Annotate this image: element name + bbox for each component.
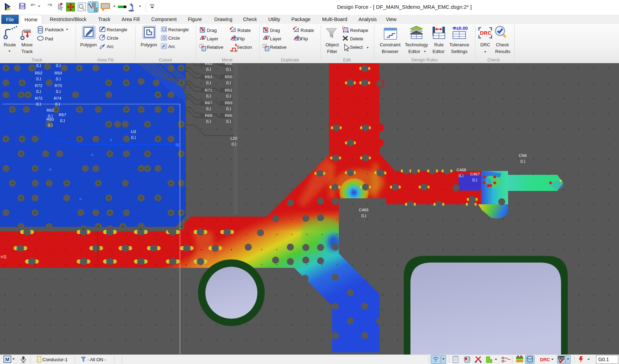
svg-text:R71: R71 — [205, 88, 212, 92]
svg-text:G0.1: G0.1 — [598, 357, 609, 362]
svg-text:(L): (L) — [36, 102, 41, 106]
svg-text:DRC: DRC — [480, 30, 492, 36]
svg-text:(L): (L) — [459, 173, 463, 178]
svg-text:(L): (L) — [226, 106, 231, 111]
svg-text:(L): (L) — [36, 63, 41, 67]
svg-text:R62: R62 — [46, 108, 54, 112]
svg-text:R69: R69 — [225, 101, 232, 105]
svg-text:(L): (L) — [226, 80, 231, 85]
svg-text:C467: C467 — [470, 172, 480, 176]
svg-text:R60: R60 — [46, 117, 54, 121]
svg-text:R52: R52 — [35, 71, 42, 75]
svg-text:Φ±0.00: Φ±0.00 — [453, 26, 468, 31]
svg-text:R53: R53 — [205, 63, 212, 66]
svg-text:R67: R67 — [205, 101, 212, 105]
svg-text:(L): (L) — [206, 80, 211, 85]
svg-text:C465: C465 — [359, 208, 369, 212]
svg-text:R73: R73 — [35, 96, 42, 100]
svg-text:(L): (L) — [131, 135, 136, 139]
svg-text:(L): (L) — [60, 118, 65, 123]
svg-text:(L): (L) — [56, 77, 61, 81]
svg-text:C468: C468 — [456, 168, 466, 172]
svg-text:n1]: n1] — [1, 254, 6, 259]
svg-text:(L): (L) — [206, 119, 211, 123]
svg-text:(L): (L) — [520, 159, 525, 163]
svg-text:(L): (L) — [206, 94, 211, 98]
svg-text:(L): (L) — [48, 123, 53, 127]
svg-text:DRC: DRC — [540, 357, 550, 362]
svg-text:(L): (L) — [56, 89, 61, 93]
svg-text:R68: R68 — [205, 113, 212, 118]
svg-text:R70: R70 — [54, 84, 62, 88]
svg-text:R63: R63 — [205, 75, 212, 79]
svg-text:(L): (L) — [226, 94, 231, 98]
svg-text:(L): (L) — [361, 213, 366, 218]
svg-text:R57: R57 — [59, 113, 66, 117]
svg-text:(L): (L) — [231, 142, 236, 146]
svg-text:(L): (L) — [36, 77, 41, 81]
svg-text:R58: R58 — [225, 63, 232, 66]
svg-text:U3: U3 — [131, 130, 136, 134]
svg-text:(L): (L) — [36, 89, 41, 93]
svg-text:R50: R50 — [54, 71, 62, 75]
svg-text:(L): (L) — [226, 67, 231, 71]
svg-text:R55: R55 — [225, 75, 232, 79]
svg-text:(L): (L) — [206, 67, 211, 71]
svg-text:R51: R51 — [225, 88, 232, 92]
svg-text:M: M — [5, 357, 9, 362]
svg-text:(L): (L) — [55, 102, 60, 106]
svg-text:(L): (L) — [226, 119, 231, 123]
svg-text:CN6: CN6 — [519, 153, 527, 158]
svg-text:(L): (L) — [472, 178, 477, 182]
svg-text:(L): (L) — [206, 106, 211, 111]
svg-text:R72: R72 — [35, 84, 42, 88]
svg-text:R66: R66 — [225, 113, 232, 118]
svg-text:R74: R74 — [54, 96, 61, 100]
svg-text:(L): (L) — [56, 63, 61, 67]
svg-text:L20: L20 — [230, 136, 237, 140]
